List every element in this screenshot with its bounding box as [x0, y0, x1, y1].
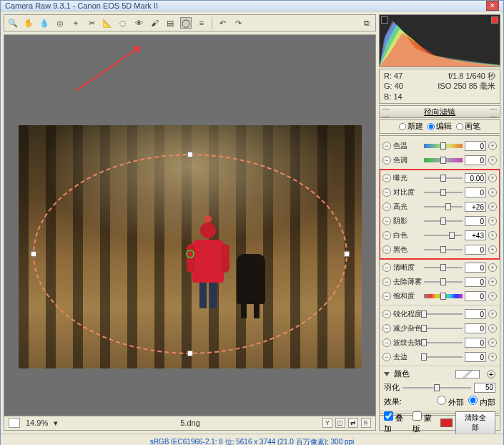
- minus-icon[interactable]: −: [382, 142, 391, 150]
- slider-track[interactable]: [424, 245, 463, 254]
- color-sampler-icon[interactable]: ◎: [54, 17, 66, 29]
- plus-icon[interactable]: +: [488, 245, 497, 254]
- minus-icon[interactable]: −: [382, 202, 391, 211]
- plus-icon[interactable]: +: [488, 310, 497, 318]
- slider-value[interactable]: 0: [465, 187, 486, 197]
- minus-icon[interactable]: −: [382, 338, 391, 347]
- mode-brush[interactable]: 画笔: [456, 121, 480, 132]
- plus-icon[interactable]: +: [488, 231, 497, 240]
- minus-icon[interactable]: −: [382, 324, 391, 333]
- slider-track[interactable]: [424, 353, 463, 361]
- preview-mode-icon[interactable]: Y: [322, 418, 332, 428]
- color-section[interactable]: 颜色 +: [380, 368, 500, 381]
- mask-check[interactable]: 蒙版: [412, 411, 438, 434]
- workflow-link[interactable]: sRGB IEC61966-2.1: 8 位; 5616 x 3744 (21.…: [6, 437, 498, 445]
- slider-track[interactable]: [424, 156, 463, 165]
- minus-icon[interactable]: −: [382, 278, 391, 286]
- slider-value[interactable]: 0: [465, 352, 486, 362]
- mode-edit[interactable]: 编辑: [428, 121, 452, 132]
- feather-value[interactable]: 50: [474, 383, 495, 393]
- handle-right[interactable]: [344, 251, 350, 257]
- slider-track[interactable]: [424, 278, 463, 286]
- slider-value[interactable]: 0: [465, 245, 486, 255]
- slider-track[interactable]: [424, 292, 463, 300]
- slider-track[interactable]: [424, 310, 463, 318]
- plus-icon[interactable]: +: [488, 324, 497, 333]
- graduated-filter-icon[interactable]: ▤: [164, 17, 176, 29]
- plus-icon[interactable]: +: [488, 188, 497, 197]
- slider-value[interactable]: 0: [465, 155, 486, 165]
- handle-bottom[interactable]: [187, 351, 193, 356]
- clear-all-button[interactable]: 清除全部: [455, 411, 495, 434]
- slider-track[interactable]: [424, 231, 463, 240]
- hand-tool-icon[interactable]: ✋: [23, 17, 34, 29]
- toggle-preview-icon[interactable]: ⧉: [361, 17, 372, 29]
- minus-icon[interactable]: −: [382, 217, 391, 225]
- plus-icon[interactable]: +: [488, 278, 497, 286]
- plus-icon[interactable]: +: [488, 353, 497, 361]
- disclosure-triangle-icon[interactable]: [384, 372, 390, 376]
- feather-slider[interactable]: [402, 387, 471, 388]
- slider-value[interactable]: 0: [465, 338, 486, 348]
- crop-tool-icon[interactable]: ✂: [86, 17, 97, 29]
- slider-track[interactable]: [424, 142, 463, 150]
- white-balance-icon[interactable]: 💧: [39, 17, 50, 29]
- handle-left[interactable]: [31, 251, 36, 257]
- minus-icon[interactable]: −: [382, 263, 391, 272]
- minus-icon[interactable]: −: [382, 353, 391, 361]
- prefs-icon[interactable]: ≡: [196, 17, 207, 29]
- slider-value[interactable]: 0: [465, 291, 486, 301]
- target-adjust-icon[interactable]: ⌖: [70, 17, 81, 29]
- image-canvas[interactable]: [4, 34, 376, 416]
- slider-value[interactable]: 0: [465, 141, 486, 151]
- slider-track[interactable]: [424, 324, 463, 333]
- plus-icon[interactable]: +: [488, 338, 497, 347]
- minus-icon[interactable]: −: [382, 245, 391, 254]
- slider-value[interactable]: 0: [465, 277, 486, 287]
- slider-value[interactable]: +43: [465, 230, 486, 240]
- before-after-icon[interactable]: ◫: [335, 418, 345, 428]
- slider-value[interactable]: 0: [465, 309, 486, 319]
- histogram[interactable]: [379, 14, 500, 67]
- handle-top[interactable]: [187, 152, 193, 157]
- plus-icon[interactable]: +: [487, 370, 495, 378]
- minus-icon[interactable]: −: [382, 156, 391, 165]
- copy-settings-icon[interactable]: ⎘: [361, 418, 371, 428]
- radial-filter-icon[interactable]: ◯: [180, 17, 192, 29]
- slider-track[interactable]: [424, 338, 463, 347]
- effect-inside[interactable]: 内部: [468, 396, 495, 408]
- mask-color-swatch[interactable]: [440, 419, 453, 427]
- slider-track[interactable]: [424, 188, 463, 197]
- minus-icon[interactable]: −: [382, 188, 391, 197]
- zoom-toggle-icon[interactable]: [9, 418, 20, 428]
- minus-icon[interactable]: −: [382, 231, 391, 240]
- rotate-ccw-icon[interactable]: ↶: [217, 17, 228, 29]
- plus-icon[interactable]: +: [488, 202, 497, 211]
- slider-track[interactable]: [424, 263, 463, 272]
- slider-track[interactable]: [424, 202, 463, 211]
- slider-value[interactable]: 0.00: [465, 173, 486, 183]
- spot-removal-icon[interactable]: ◌: [117, 17, 129, 29]
- overlay-check[interactable]: 叠加: [384, 411, 410, 434]
- minus-icon[interactable]: −: [382, 292, 391, 300]
- color-swatch[interactable]: [455, 370, 480, 378]
- straighten-icon[interactable]: 📐: [102, 17, 113, 29]
- filter-pin[interactable]: [186, 250, 194, 258]
- minus-icon[interactable]: −: [382, 310, 391, 318]
- slider-track[interactable]: [424, 217, 463, 225]
- mode-new[interactable]: 新建: [399, 121, 423, 132]
- effect-outside[interactable]: 外部: [437, 396, 464, 408]
- redeye-icon[interactable]: 👁: [133, 17, 144, 29]
- zoom-tool-icon[interactable]: 🔍: [7, 17, 19, 29]
- radial-filter-overlay[interactable]: [33, 154, 347, 354]
- rotate-cw-icon[interactable]: ↷: [232, 17, 244, 29]
- plus-icon[interactable]: +: [488, 217, 497, 225]
- slider-value[interactable]: 0: [465, 263, 486, 273]
- close-button[interactable]: ✕: [486, 1, 499, 11]
- plus-icon[interactable]: +: [488, 142, 497, 150]
- slider-value[interactable]: 0: [465, 216, 486, 226]
- adjustment-brush-icon[interactable]: 🖌: [149, 17, 160, 29]
- swap-icon[interactable]: ⇄: [348, 418, 358, 428]
- minus-icon[interactable]: −: [382, 174, 391, 182]
- slider-value[interactable]: +26: [465, 202, 486, 212]
